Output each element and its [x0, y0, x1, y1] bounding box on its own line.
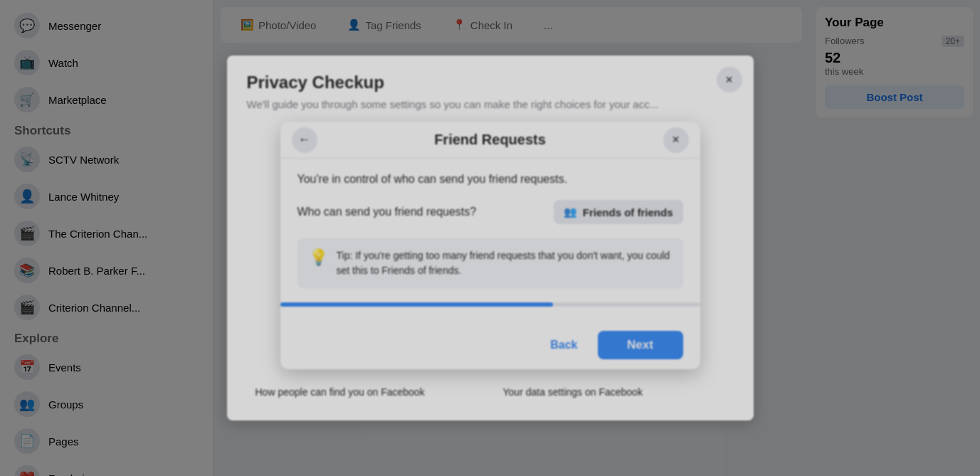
back-button[interactable]: Back [539, 333, 589, 357]
modal-footer: Back Next [280, 321, 700, 369]
privacy-checkup-modal: × Privacy Checkup We'll guide you throug… [227, 55, 754, 421]
modal-backdrop: × Privacy Checkup We'll guide you throug… [0, 0, 980, 476]
privacy-checkup-close-button[interactable]: × [717, 67, 742, 92]
privacy-checkup-desc: We'll guide you through some settings so… [247, 98, 734, 110]
close-icon: × [672, 132, 680, 147]
bottom-card-2: Your data settings on Facebook [495, 378, 734, 406]
modal-close-button[interactable]: × [663, 127, 689, 153]
progress-bar-container [280, 302, 700, 307]
tip-text: Tip: If you're getting too many friend r… [337, 248, 672, 278]
modal-body: You're in control of who can send you fr… [280, 159, 700, 321]
tip-box: 💡 Tip: If you're getting too many friend… [297, 238, 683, 288]
bottom-cards: How people can find you on Facebook Your… [247, 378, 734, 406]
setting-value-label: Friends of friends [583, 206, 673, 218]
modal-header: ← Friend Requests × [280, 122, 700, 159]
progress-bar-fill [280, 302, 554, 307]
bottom-card-1: How people can find you on Facebook [247, 378, 486, 406]
privacy-checkup-title: Privacy Checkup [247, 73, 734, 92]
modal-title: Friend Requests [434, 132, 546, 148]
people-icon: 👥 [564, 206, 577, 218]
back-arrow-icon: ← [298, 132, 311, 147]
setting-row: Who can send you friend requests? 👥 Frie… [297, 200, 683, 224]
setting-value-button[interactable]: 👥 Friends of friends [554, 200, 683, 224]
modal-back-button[interactable]: ← [292, 127, 317, 153]
bottom-card-2-title: Your data settings on Facebook [503, 386, 643, 398]
tip-icon: 💡 [309, 248, 328, 267]
setting-label: Who can send you friend requests? [297, 206, 477, 218]
friend-requests-modal: ← Friend Requests × You're in control of… [280, 122, 700, 369]
bottom-card-1-title: How people can find you on Facebook [255, 386, 425, 398]
control-description: You're in control of who can send you fr… [297, 173, 683, 186]
next-button[interactable]: Next [598, 331, 683, 359]
